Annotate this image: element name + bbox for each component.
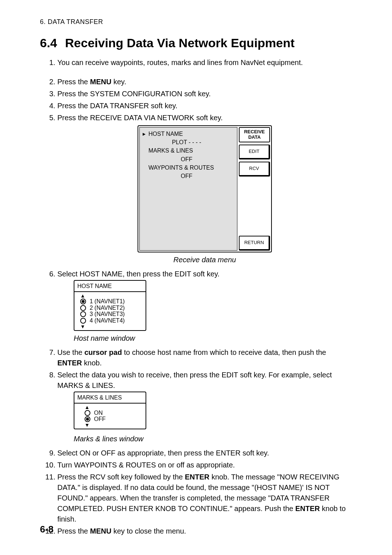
receive-data-menu: ▸HOST NAME PLOT - - - - MARKS & LINES OF… bbox=[138, 125, 272, 252]
step-list: You can receive waypoints, routes, marks… bbox=[40, 57, 352, 536]
menu-marks-value: OFF bbox=[143, 155, 234, 163]
menu-waypoints-value: OFF bbox=[143, 172, 234, 180]
radio-icon bbox=[80, 299, 86, 304]
marks-window-caption: Marks & lines window bbox=[74, 434, 352, 444]
step-7: Use the cursor pad to choose host name f… bbox=[57, 347, 352, 368]
up-arrow-icon: ▲ bbox=[85, 405, 141, 410]
step-8: Select the data you wish to receive, the… bbox=[57, 370, 352, 444]
marks-window-title: MARKS & LINES bbox=[74, 392, 146, 404]
receive-menu-caption: Receive data menu bbox=[57, 255, 352, 265]
host-name-window: HOST NAME ▲ 1 (NAVNET1) 2 (NAVNET2) 3 (N… bbox=[74, 280, 146, 331]
menu-item-hostname: ▸HOST NAME bbox=[143, 130, 234, 138]
section-number: 6.4 bbox=[40, 36, 57, 50]
marks-lines-window: MARKS & LINES ▲ ON OFF ▼ bbox=[74, 392, 146, 429]
host-window-title: HOST NAME bbox=[74, 281, 146, 292]
host-option-1[interactable]: 1 (NAVNET1) bbox=[80, 298, 141, 305]
host-window-caption: Host name window bbox=[74, 333, 352, 344]
softkey-title: RECEIVE DATA bbox=[239, 127, 270, 142]
up-arrow-icon: ▲ bbox=[80, 293, 141, 298]
softkey-rcv[interactable]: RCV bbox=[239, 162, 270, 177]
marks-option-off[interactable]: OFF bbox=[85, 416, 141, 422]
step-1: You can receive waypoints, routes, marks… bbox=[57, 57, 352, 68]
radio-icon bbox=[80, 311, 86, 317]
softkey-column: RECEIVE DATA EDIT RCV RETURN bbox=[237, 127, 270, 251]
step-2: Press the MENU key. bbox=[57, 77, 352, 87]
running-head: 6. DATA TRANSFER bbox=[40, 18, 352, 26]
section-title: 6.4Receiving Data Via Network Equipment bbox=[40, 36, 352, 50]
host-option-3[interactable]: 3 (NAVNET3) bbox=[80, 311, 141, 317]
radio-icon bbox=[85, 416, 90, 422]
menu-panel: ▸HOST NAME PLOT - - - - MARKS & LINES OF… bbox=[139, 127, 237, 251]
step-9: Select ON or OFF as appropriate, then pr… bbox=[57, 448, 352, 458]
section-heading-text: Receiving Data Via Network Equipment bbox=[65, 36, 294, 50]
step-12: Press the MENU key to close the menu. bbox=[57, 526, 352, 536]
radio-icon bbox=[80, 305, 86, 311]
down-arrow-icon: ▼ bbox=[80, 324, 141, 329]
step-6: Select HOST NAME, then press the EDIT so… bbox=[57, 269, 352, 344]
down-arrow-icon: ▼ bbox=[85, 422, 141, 428]
menu-item-waypoints: WAYPOINTS & ROUTES bbox=[143, 163, 234, 172]
softkey-return[interactable]: RETURN bbox=[239, 236, 270, 251]
marks-option-on[interactable]: ON bbox=[85, 410, 141, 416]
pointer-icon: ▸ bbox=[143, 130, 148, 138]
radio-icon bbox=[80, 318, 86, 324]
step-4: Press the DATA TRANSFER soft key. bbox=[57, 101, 352, 111]
menu-hostname-value: PLOT - - - - bbox=[143, 138, 234, 146]
menu-item-marks: MARKS & LINES bbox=[143, 146, 234, 155]
softkey-edit[interactable]: EDIT bbox=[239, 145, 270, 159]
host-option-2[interactable]: 2 (NAVNET2) bbox=[80, 305, 141, 311]
step-11: Press the RCV soft key followed by the E… bbox=[57, 472, 352, 524]
step-5: Press the RECEIVE DATA VIA NETWORK soft … bbox=[57, 113, 352, 265]
step-3: Press the SYSTEM CONFIGURATION soft key. bbox=[57, 89, 352, 99]
radio-icon bbox=[85, 410, 90, 416]
page-number: 6-8 bbox=[40, 524, 54, 535]
step-10: Turn WAYPOINTS & ROUTES on or off as app… bbox=[57, 460, 352, 470]
host-option-4[interactable]: 4 (NAVNET4) bbox=[80, 317, 141, 324]
